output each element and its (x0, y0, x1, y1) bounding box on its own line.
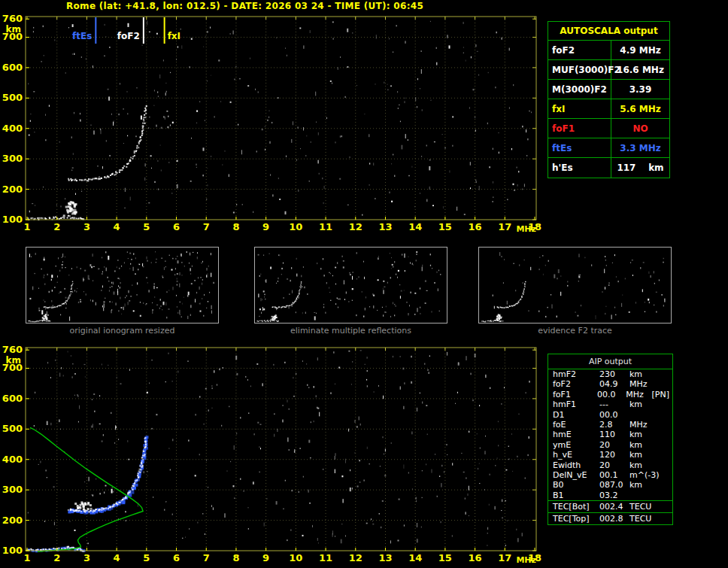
station-date-time-title: Rome (lat: +41.8, lon: 012.5) - DATE: 20… (66, 1, 423, 11)
aip-row-Ewidth: Ewidth20km (548, 460, 672, 470)
aip-row-extra (657, 450, 672, 460)
aip-row-label: ymE (553, 440, 599, 450)
aip-row-value: 20 (599, 440, 629, 450)
ionogram-bottom-plot: 123456789101112131415161718MHz7607006005… (0, 342, 544, 568)
svg-text:2: 2 (53, 221, 60, 232)
aip-row-unit: km (629, 399, 657, 409)
svg-text:km: km (6, 24, 21, 35)
autoscala-row-foF1: foF1NO (548, 119, 669, 138)
svg-text:4: 4 (114, 552, 120, 563)
svg-text:400: 400 (2, 123, 23, 134)
aip-row-value: 03.2 (599, 491, 629, 500)
aip-row-h_vE: h_vE120km (548, 450, 672, 460)
svg-text:13: 13 (378, 221, 392, 232)
svg-text:200: 200 (2, 515, 23, 526)
svg-text:7: 7 (203, 552, 210, 563)
autoscala-row-label: MUF(3000)F2 (548, 60, 611, 79)
autoscala-row-label: fxI (548, 99, 611, 118)
aip-row-unit: MHz (629, 379, 657, 389)
svg-text:foF2: foF2 (117, 31, 140, 41)
aip-row-TEC[Bot]: TEC[Bot]002.4TECU (548, 500, 672, 512)
svg-text:10: 10 (289, 552, 302, 563)
aip-row-label: B1 (553, 491, 599, 500)
aip-row-unit: MHz (626, 390, 651, 399)
aip-row-extra (657, 460, 672, 470)
aip-row-extra (657, 491, 672, 500)
svg-text:1: 1 (23, 221, 30, 232)
aip-row-extra (657, 430, 672, 439)
svg-text:400: 400 (2, 454, 23, 465)
aip-row-value: 120 (599, 450, 629, 460)
aip-row-unit: km (629, 450, 657, 460)
aip-row-unit (629, 410, 657, 420)
aip-row-value: 087.0 (599, 480, 629, 490)
aip-row-extra (657, 470, 672, 480)
aip-row-label: foF1 (553, 390, 597, 399)
svg-text:16: 16 (469, 221, 482, 232)
aip-row-label: foF2 (553, 379, 599, 389)
svg-text:6: 6 (173, 552, 180, 563)
aip-row-extra (657, 440, 672, 450)
aip-row-value: 00.0 (599, 410, 629, 420)
aip-row-unit: km (629, 480, 657, 490)
aip-row-foF1: foF100.0MHz[PN] (548, 390, 672, 399)
aip-row-label: TEC[Top] (553, 513, 599, 524)
autoscala-row-value: 117 km (611, 158, 669, 178)
aip-row-unit: km (629, 369, 657, 379)
aip-row-TEC[Top]: TEC[Top]002.8TECU (548, 512, 672, 524)
autoscala-row-value: 5.6 MHz (611, 99, 669, 118)
thumbnail-eliminate-reflections (254, 247, 447, 323)
svg-text:fxI: fxI (168, 31, 180, 41)
autoscala-row-h'Es: h'Es117 km (548, 158, 669, 178)
aip-row-extra (657, 369, 672, 379)
svg-text:11: 11 (319, 221, 332, 232)
aip-row-foE: foE2.8MHz (548, 420, 672, 430)
svg-text:MHz: MHz (516, 224, 536, 234)
aip-row-label: foE (553, 420, 599, 430)
aip-row-hmF2: hmF2230km (548, 369, 672, 379)
svg-text:MHz: MHz (516, 555, 536, 565)
svg-text:16: 16 (469, 552, 482, 563)
svg-text:300: 300 (2, 484, 23, 495)
svg-text:14: 14 (408, 221, 422, 232)
aip-row-extra (657, 399, 672, 409)
svg-text:15: 15 (438, 552, 452, 563)
svg-text:ftEs: ftEs (72, 31, 92, 41)
aip-row-value: 2.8 (599, 420, 629, 430)
svg-text:13: 13 (378, 552, 392, 563)
aip-row-unit: TECU (629, 501, 657, 512)
aip-row-extra (657, 501, 672, 512)
aip-row-value: 002.8 (599, 513, 629, 524)
thumbnail-caption-original: original ionogram resized (26, 326, 219, 336)
svg-text:1: 1 (23, 552, 30, 563)
aip-output-panel: AIP output hmF2230kmfoF204.9MHzfoF100.0M… (548, 354, 673, 525)
svg-text:3: 3 (83, 221, 90, 232)
aip-row-value: 20 (599, 460, 629, 470)
aip-row-label: D1 (553, 410, 599, 420)
svg-text:12: 12 (349, 552, 362, 563)
svg-text:14: 14 (408, 552, 422, 563)
autoscala-row-label: foF2 (548, 41, 611, 59)
autoscala-row-M(3000)F2: M(3000)F23.39 (548, 80, 669, 99)
aip-row-value: --- (599, 399, 629, 409)
svg-text:760: 760 (2, 344, 23, 355)
autoscala-row-label: M(3000)F2 (548, 80, 611, 99)
autoscala-row-label: h'Es (548, 158, 611, 178)
autoscala-rows: foF24.9 MHzMUF(3000)F216.6 MHzM(3000)F23… (548, 41, 669, 178)
aip-row-extra (657, 420, 672, 430)
aip-row-DelN_vE: DelN_vE00.1m^(-3) (548, 470, 672, 480)
svg-text:5: 5 (143, 552, 150, 563)
autoscala-panel-title: AUTOSCALA output (548, 22, 669, 41)
aip-row-hmE: hmE110km (548, 430, 672, 439)
aip-row-value: 230 (599, 369, 629, 379)
ionogram-top-plot: 123456789101112131415161718MHz7607006005… (0, 11, 544, 235)
svg-text:15: 15 (438, 221, 452, 232)
svg-text:km: km (6, 355, 21, 366)
svg-text:600: 600 (2, 62, 23, 73)
svg-text:2: 2 (53, 552, 60, 563)
aip-row-value: 002.4 (599, 501, 629, 512)
svg-text:100: 100 (2, 545, 23, 556)
aip-row-value: 00.0 (597, 390, 626, 399)
aip-row-foF2: foF204.9MHz (548, 379, 672, 389)
svg-text:5: 5 (143, 221, 150, 232)
